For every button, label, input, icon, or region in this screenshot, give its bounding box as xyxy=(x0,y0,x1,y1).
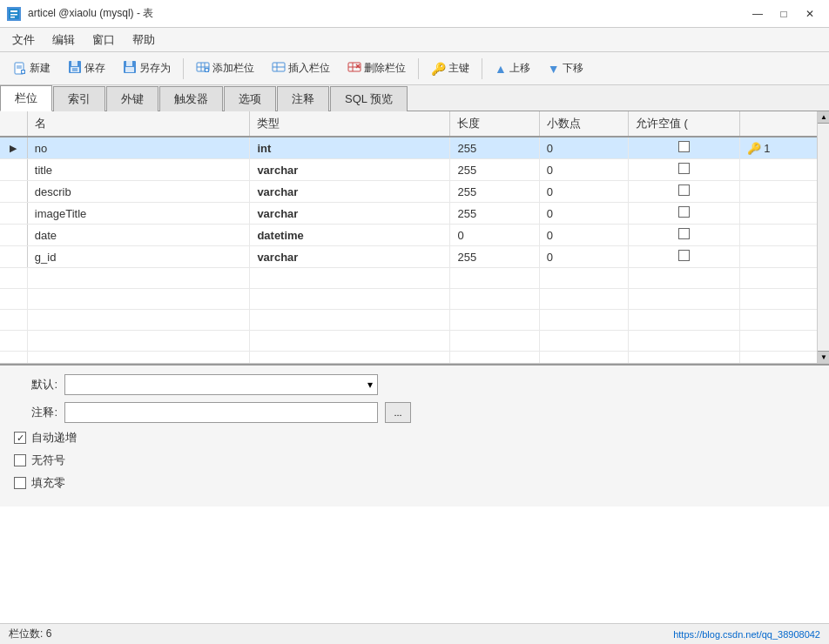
tab-foreign-keys[interactable]: 外键 xyxy=(106,86,158,111)
scroll-up-button[interactable]: ▲ xyxy=(818,111,829,124)
empty-cell xyxy=(0,331,27,352)
menu-file[interactable]: 文件 xyxy=(3,29,44,51)
tab-triggers[interactable]: 触发器 xyxy=(159,86,223,111)
app-icon xyxy=(7,7,21,21)
empty-cell xyxy=(450,289,539,310)
tab-sql-preview[interactable]: SQL 预览 xyxy=(330,86,408,111)
primary-key-button[interactable]: 🔑 主键 xyxy=(423,57,477,81)
menu-window[interactable]: 窗口 xyxy=(84,29,124,51)
add-column-button[interactable]: 添加栏位 xyxy=(188,57,262,81)
menu-edit[interactable]: 编辑 xyxy=(44,29,84,51)
empty-cell xyxy=(628,331,739,352)
row-nullable[interactable] xyxy=(628,159,739,181)
row-extra xyxy=(739,225,828,246)
table-container[interactable]: 名 类型 长度 小数点 允许空值 ( ▶noint2550🔑 1titlevar… xyxy=(0,111,829,364)
empty-cell xyxy=(739,331,828,352)
comment-label: 注释: xyxy=(14,405,57,420)
table-row[interactable]: g_idvarchar2550 xyxy=(0,246,829,268)
comment-dots-button[interactable]: ... xyxy=(385,402,411,423)
row-decimal: 0 xyxy=(539,137,628,159)
empty-cell xyxy=(0,289,27,310)
auto-increment-checkbox[interactable] xyxy=(14,432,26,444)
svg-rect-3 xyxy=(10,17,15,18)
row-indicator xyxy=(0,203,27,225)
auto-increment-label: 自动递增 xyxy=(31,430,77,446)
row-nullable[interactable] xyxy=(628,137,739,159)
row-decimal: 0 xyxy=(539,246,628,268)
svg-rect-15 xyxy=(126,61,132,66)
empty-cell xyxy=(250,331,450,352)
empty-cell xyxy=(0,268,27,289)
table-row[interactable]: datedatetime00 xyxy=(0,225,829,246)
table-row[interactable]: describvarchar2550 xyxy=(0,181,829,203)
row-indicator xyxy=(0,225,27,246)
svg-rect-1 xyxy=(10,10,17,12)
table-row-empty xyxy=(0,331,829,352)
svg-rect-13 xyxy=(72,68,78,71)
tab-bar: 栏位 索引 外键 触发器 选项 注释 SQL 预览 xyxy=(0,85,829,111)
header-type: 类型 xyxy=(250,111,450,137)
delete-column-icon xyxy=(347,60,361,77)
unsigned-checkbox[interactable] xyxy=(14,454,26,466)
empty-cell xyxy=(250,268,450,289)
save-as-button[interactable]: 另存为 xyxy=(115,57,179,81)
table-row-empty xyxy=(0,352,829,365)
row-type: int xyxy=(250,137,450,159)
comment-input[interactable] xyxy=(64,402,378,423)
tab-columns[interactable]: 栏位 xyxy=(0,85,52,111)
empty-cell xyxy=(450,310,539,331)
row-nullable[interactable] xyxy=(628,246,739,268)
zerofill-row: 填充零 xyxy=(14,475,815,491)
window-title: articel @xiaolu (mysql) - 表 xyxy=(28,6,153,21)
toolbar-separator-2 xyxy=(418,58,419,79)
row-indicator xyxy=(0,246,27,268)
empty-cell xyxy=(450,268,539,289)
delete-column-button[interactable]: 删除栏位 xyxy=(340,57,414,81)
tab-options[interactable]: 选项 xyxy=(224,86,276,111)
row-nullable[interactable] xyxy=(628,203,739,225)
empty-cell xyxy=(450,352,539,365)
row-nullable[interactable] xyxy=(628,225,739,246)
move-up-button[interactable]: ▲ 上移 xyxy=(487,57,538,81)
close-button[interactable]: ✕ xyxy=(798,5,822,23)
maximize-button[interactable]: □ xyxy=(772,5,796,23)
menu-help[interactable]: 帮助 xyxy=(124,29,164,51)
empty-cell xyxy=(450,331,539,352)
row-name: date xyxy=(27,225,250,246)
primary-key-icon: 🔑 xyxy=(431,62,446,76)
save-button[interactable]: 保存 xyxy=(60,57,113,81)
row-name: describ xyxy=(27,181,250,203)
empty-cell xyxy=(739,310,828,331)
row-length: 255 xyxy=(450,181,539,203)
insert-column-button[interactable]: 插入栏位 xyxy=(264,57,338,81)
row-extra xyxy=(739,159,828,181)
zerofill-label: 填充零 xyxy=(31,475,65,491)
zerofill-checkbox[interactable] xyxy=(14,477,26,489)
table-row[interactable]: imageTitlevarchar2550 xyxy=(0,203,829,225)
tab-comments[interactable]: 注释 xyxy=(277,86,329,111)
new-button[interactable]: 新建 xyxy=(5,57,58,81)
scroll-down-button[interactable]: ▼ xyxy=(818,351,829,363)
empty-cell xyxy=(250,289,450,310)
move-down-button[interactable]: ▼ 下移 xyxy=(540,57,591,81)
new-label: 新建 xyxy=(30,61,51,76)
row-decimal: 0 xyxy=(539,203,628,225)
primary-key-label: 主键 xyxy=(448,61,469,76)
table-row[interactable]: titlevarchar2550 xyxy=(0,159,829,181)
title-bar: articel @xiaolu (mysql) - 表 — □ ✕ xyxy=(0,0,829,28)
scrollbar[interactable]: ▲▼ xyxy=(817,111,829,363)
menu-bar: 文件 编辑 窗口 帮助 xyxy=(0,28,829,52)
minimize-button[interactable]: — xyxy=(745,5,770,23)
save-as-icon xyxy=(123,60,137,77)
row-nullable[interactable] xyxy=(628,181,739,203)
tab-indexes[interactable]: 索引 xyxy=(53,86,105,111)
row-type: varchar xyxy=(250,159,450,181)
default-select[interactable] xyxy=(64,374,378,395)
empty-cell xyxy=(539,268,628,289)
empty-cell xyxy=(250,310,450,331)
svg-rect-2 xyxy=(10,14,17,16)
field-count: 栏位数: 6 xyxy=(9,627,51,641)
table-row[interactable]: ▶noint2550🔑 1 xyxy=(0,137,829,159)
default-select-wrap xyxy=(64,374,378,395)
status-link: https://blog.csdn.net/qq_38908042 xyxy=(673,629,820,640)
